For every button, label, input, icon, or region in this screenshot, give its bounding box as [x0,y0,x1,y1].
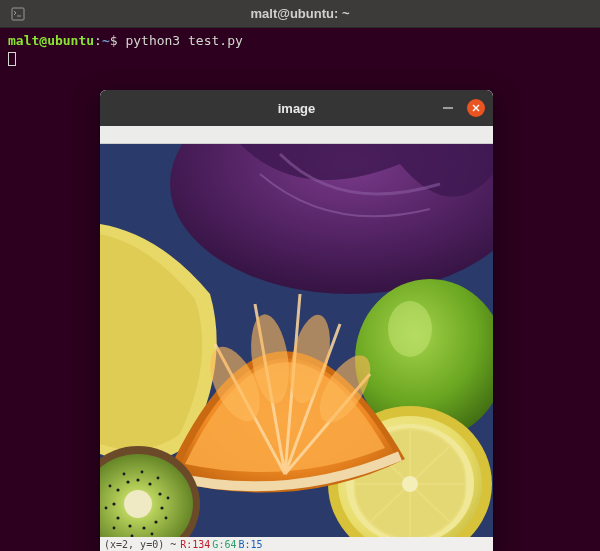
prompt-colon: : [94,33,102,48]
pixel-r: R:134 [180,539,210,550]
svg-point-9 [402,476,418,492]
image-viewer-window[interactable]: image [100,90,493,551]
svg-point-33 [141,471,144,474]
svg-point-35 [167,497,170,500]
terminal-body[interactable]: malt@ubuntu:~$ python3 test.py [0,28,600,75]
svg-rect-0 [12,8,24,20]
svg-point-32 [126,480,129,483]
svg-point-41 [109,485,112,488]
close-icon[interactable] [467,99,485,117]
svg-point-37 [151,533,154,536]
svg-point-21 [124,490,152,518]
svg-point-5 [388,301,432,357]
svg-point-39 [113,527,116,530]
command-text: python3 test.py [125,33,242,48]
svg-point-28 [128,524,131,527]
cursor-coords: (x=2, y=0) ~ [104,539,176,550]
svg-point-30 [112,502,115,505]
terminal-titlebar: malt@ubuntu: ~ [0,0,600,28]
terminal-cursor [8,52,16,66]
svg-point-25 [160,506,163,509]
terminal-title: malt@ubuntu: ~ [251,6,350,21]
pixel-g: G:64 [212,539,236,550]
image-statusbar: (x=2, y=0) ~ R:134 G:64 B:15 [100,537,493,551]
svg-point-26 [154,520,157,523]
svg-point-31 [116,488,119,491]
prompt-path: ~ [102,33,110,48]
svg-point-24 [158,492,161,495]
prompt-line: malt@ubuntu:~$ python3 test.py [8,32,592,50]
image-window-title: image [278,101,316,116]
pixel-b: B:15 [238,539,262,550]
prompt-dollar: $ [110,33,118,48]
svg-point-36 [165,517,168,520]
window-controls [443,99,485,117]
svg-point-29 [116,516,119,519]
prompt-user-host: malt@ubuntu [8,33,94,48]
svg-point-34 [157,477,160,480]
image-toolbar [100,126,493,144]
svg-point-27 [142,526,145,529]
svg-point-22 [136,478,139,481]
terminal-icon [6,2,30,26]
image-titlebar[interactable]: image [100,90,493,126]
svg-point-40 [105,507,108,510]
image-canvas[interactable] [100,144,493,537]
minimize-icon[interactable] [443,107,453,109]
svg-point-23 [148,482,151,485]
svg-point-42 [123,473,126,476]
